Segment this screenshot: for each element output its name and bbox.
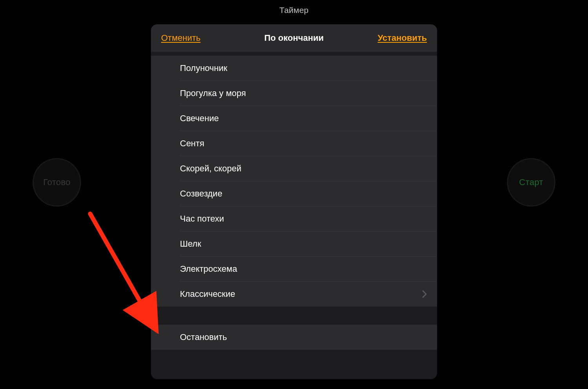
- sound-label: Полуночник: [180, 63, 427, 73]
- sound-row[interactable]: Свечение: [151, 106, 437, 131]
- sheet-body: Полуночник Прогулка у моря Свечение Сент…: [151, 52, 437, 379]
- stop-playing-row[interactable]: Остановить: [151, 325, 437, 350]
- sound-label: Шелк: [180, 239, 427, 249]
- sound-label: Прогулка у моря: [180, 88, 427, 98]
- stop-section: Остановить: [151, 325, 437, 350]
- sound-label: Свечение: [180, 113, 427, 124]
- stop-playing-label: Остановить: [180, 332, 427, 342]
- sound-label: Час потехи: [180, 214, 427, 224]
- sound-row[interactable]: Скорей, скорей: [151, 156, 437, 181]
- sheet-header: Отменить По окончании Установить: [151, 24, 437, 52]
- sound-row[interactable]: Электросхема: [151, 256, 437, 282]
- sound-row[interactable]: Прогулка у моря: [151, 81, 437, 106]
- sound-label: Сентя: [180, 138, 427, 149]
- cancel-button[interactable]: Отменить: [161, 33, 201, 43]
- classic-row[interactable]: Классические: [151, 282, 437, 307]
- sound-row[interactable]: Сентя: [151, 131, 437, 156]
- set-button[interactable]: Установить: [377, 33, 427, 43]
- chevron-right-icon: [422, 290, 427, 298]
- start-button[interactable]: Старт: [506, 157, 557, 208]
- sound-row[interactable]: Созвездие: [151, 181, 437, 206]
- sound-label: Электросхема: [180, 264, 427, 274]
- sound-row[interactable]: Полуночник: [151, 56, 437, 81]
- sound-label: Скорей, скорей: [180, 164, 427, 174]
- start-button-label: Старт: [519, 177, 543, 187]
- classic-label: Классические: [180, 289, 422, 299]
- sound-list: Полуночник Прогулка у моря Свечение Сент…: [151, 56, 437, 307]
- section-gap: [151, 307, 437, 325]
- page-title: Таймер: [0, 5, 588, 15]
- sound-row[interactable]: Шелк: [151, 231, 437, 256]
- svg-line-0: [90, 214, 155, 327]
- done-button-label: Готово: [43, 177, 71, 187]
- sound-label: Созвездие: [180, 189, 427, 199]
- when-timer-ends-sheet: Отменить По окончании Установить Полуноч…: [151, 24, 437, 379]
- sound-row[interactable]: Час потехи: [151, 206, 437, 231]
- done-button[interactable]: Готово: [31, 157, 82, 208]
